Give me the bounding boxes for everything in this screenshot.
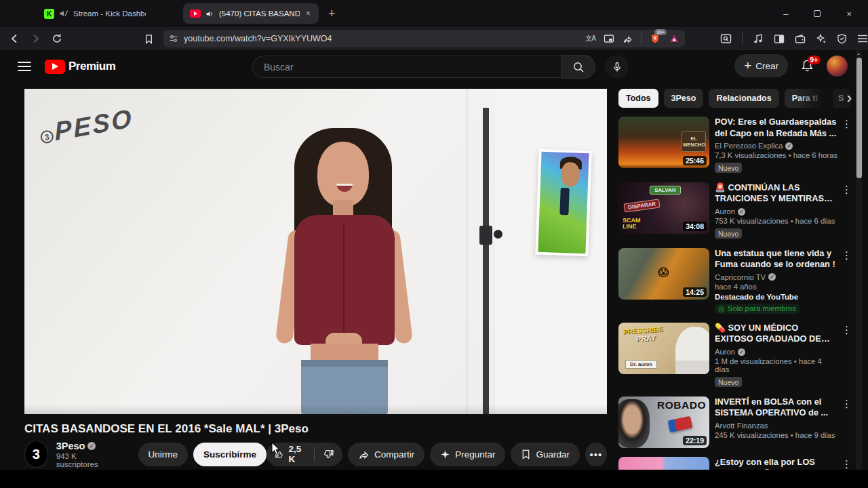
create-label: Crear [755,61,778,71]
subscriber-count: 943 K suscriptores [56,452,119,468]
sidebar-panel-icon[interactable] [774,34,785,44]
video-title[interactable]: Una estatua que tiene vida y Fuma cuando… [715,248,838,270]
back-button[interactable] [9,33,20,44]
notifications-button[interactable]: 9+ [800,59,814,73]
thumbnail-text: EL MENCHO [682,131,706,152]
more-actions-button[interactable]: ••• [585,443,607,466]
video-menu-icon[interactable]: ⋮ [842,458,852,470]
video-title[interactable]: 💊 SOY UN MÉDICO EXITOSO GRADUADO DE HARV… [715,323,838,345]
window-maximize-button[interactable] [814,10,821,17]
video-meta: 753 K visualizaciones • hace 6 días [715,217,838,225]
related-video-item[interactable]: 34:08 SALVARDISPARARSCAM LINE 🚨 CONTINÚA… [618,182,852,239]
subscribe-button[interactable]: Suscribirme [193,443,267,466]
browser-tab-bar: K Stream - Kick Dashboard (5470) CITAS B… [0,0,868,27]
video-channel[interactable]: Capricornio TV ✓ [715,273,838,281]
video-thumbnail[interactable]: 25:46 EL MENCHO [618,117,709,168]
video-channel[interactable]: Arvott Finanzas [715,422,838,430]
video-thumbnail[interactable]: 34:08 SALVARDISPARARSCAM LINE [618,182,709,234]
related-video-item[interactable]: 14:25 😱 Una estatua que tiene vida y Fum… [618,248,852,314]
video-menu-icon[interactable]: ⋮ [842,249,852,262]
search-icon [572,61,585,73]
chips-fade-overlay [795,89,833,108]
chip-relacionados[interactable]: Relacionados [709,89,778,108]
new-badge: Nuevo [715,228,742,239]
thumbnail-text: PRAY [636,333,656,343]
leo-ai-sparkle-icon[interactable] [816,33,827,44]
share-button[interactable]: Compartir [348,443,425,466]
related-video-item[interactable]: 22:19 ROBADO INVERTÍ en BOLSA con el SIS… [618,396,852,448]
video-thumbnail[interactable]: 22:19 ROBADO [618,396,709,448]
tab-youtube-active[interactable]: (5470) CITAS BASANDOSE EN × [183,3,319,24]
wall-photo [535,149,591,257]
mouse-cursor [271,442,281,455]
url-text[interactable]: youtube.com/watch?v=GYXIkYYUWO4 [184,34,585,43]
video-title[interactable]: 🚨 CONTINÚAN LAS TRAICIONES Y MENTIRAS EN… [715,182,838,205]
search-tabs-icon[interactable] [720,33,732,44]
wallet-icon[interactable] [795,34,806,44]
save-bookmark-icon [521,449,531,460]
duration-badge: 34:08 [683,222,707,231]
voice-search-button[interactable] [605,55,629,79]
new-tab-button[interactable]: + [328,7,336,21]
brave-shields-icon[interactable]: 99+ [650,33,660,44]
ask-button[interactable]: Preguntar [430,443,505,466]
scrollbar-up-arrow[interactable]: ▲ [856,52,861,56]
picture-in-picture-icon[interactable] [604,34,614,43]
video-menu-icon[interactable]: ⋮ [842,398,852,410]
video-channel[interactable]: El Perezoso Explica ✓ [715,142,838,150]
window-close-button[interactable]: × [846,9,852,19]
video-thumbnail[interactable]: 14:25 😱 [618,248,709,300]
menu-hamburger-icon[interactable] [857,34,868,43]
youtube-premium-logo[interactable]: Premium [45,60,115,74]
guide-menu-icon[interactable] [18,62,31,70]
reload-button[interactable] [52,33,62,44]
site-permissions-icon[interactable] [169,34,178,43]
video-thumbnail[interactable]: 1:05:14 PRESCRIBEPRAYDr. auron [618,323,709,374]
chips-scroll-right-icon[interactable]: › [847,89,852,107]
brave-rewards-icon[interactable] [669,33,679,44]
video-menu-icon[interactable]: ⋮ [842,324,852,336]
page-scrollbar[interactable]: ▲ [856,50,862,470]
thumbs-down-icon [323,449,334,460]
chip-3peso[interactable]: 3Peso [664,89,704,108]
video-title[interactable]: INVERTÍ en BOLSA con el SISTEMA OPERATIV… [715,396,838,419]
verified-icon: ✓ [738,348,745,356]
channel-name[interactable]: 3Peso [56,441,85,451]
bottom-black-bar [0,470,868,488]
search-button[interactable] [561,55,595,79]
share-icon[interactable] [623,34,633,44]
create-button[interactable]: + Crear [734,54,788,77]
search-input[interactable] [264,62,550,73]
video-menu-icon[interactable]: ⋮ [842,118,852,130]
related-video-item[interactable]: 1:05:14 PRESCRIBEPRAYDr. auron 💊 SOY UN … [618,323,852,388]
light-stand-clamp [479,226,492,245]
music-note-icon[interactable] [753,33,764,44]
verified-icon: ✓ [87,442,96,450]
bookmark-icon[interactable] [144,34,154,44]
tab-close-icon[interactable]: × [304,9,312,18]
related-video-item[interactable]: 25:46 EL MENCHO POV: Eres el Guardaespal… [618,117,852,174]
video-title[interactable]: POV: Eres el Guardaespaldas del Capo en … [715,117,838,139]
join-button[interactable]: Unirme [138,443,189,466]
window-minimize-button[interactable]: – [783,9,788,19]
video-channel[interactable]: Auron ✓ [715,207,838,216]
scrollbar-thumb[interactable] [856,58,862,178]
microphone-icon [612,62,623,73]
chip-todos[interactable]: Todos [618,89,658,108]
forward-button[interactable] [30,33,41,44]
vpn-shield-icon[interactable] [837,33,847,44]
video-channel[interactable]: Auron ✓ [715,348,838,356]
account-avatar[interactable] [827,56,848,77]
backdrop-seam [467,89,468,414]
url-bar[interactable]: youtube.com/watch?v=GYXIkYYUWO4 文A 99+ [163,30,685,47]
kick-favicon: K [44,9,54,19]
video-menu-icon[interactable]: ⋮ [842,184,852,196]
translate-icon[interactable]: 文A [585,34,595,43]
search-box[interactable] [252,56,561,78]
save-button[interactable]: Guardar [511,443,580,466]
thumbnail-text: ROBADO [657,399,706,411]
video-player[interactable]: 3 PESO [24,89,607,414]
tab-kick-dashboard[interactable]: K Stream - Kick Dashboard [37,3,153,24]
dislike-button[interactable] [314,447,342,462]
channel-avatar[interactable]: 3 [24,441,48,468]
